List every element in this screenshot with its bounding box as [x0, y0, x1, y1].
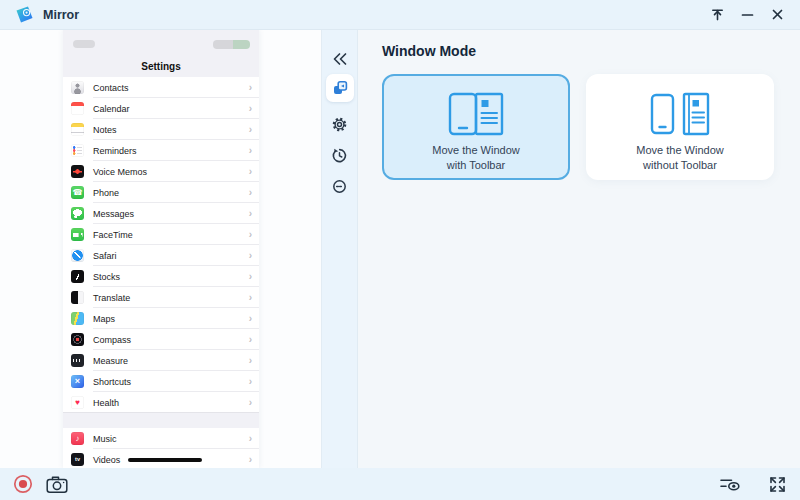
window-mode-button[interactable] — [326, 74, 354, 102]
camera-icon — [46, 475, 68, 494]
settings-row-label: Notes — [93, 125, 117, 135]
settings-row-translate[interactable]: Translate › — [63, 287, 259, 308]
app-icon — [71, 102, 84, 115]
minimize-icon — [740, 7, 755, 22]
chevron-right-icon: › — [249, 335, 252, 345]
chevron-right-icon: › — [249, 167, 252, 177]
chevron-right-icon: › — [249, 434, 252, 444]
settings-row-label: Messages — [93, 209, 134, 219]
option-label: Move the Window without Toolbar — [636, 143, 723, 173]
phone-status-bar — [63, 30, 259, 56]
gear-icon — [331, 116, 348, 133]
settings-row-measure[interactable]: Measure › — [63, 350, 259, 371]
pin-on-top-button[interactable] — [708, 6, 726, 24]
app-icon: ☎ — [71, 186, 84, 199]
fullscreen-button[interactable] — [768, 475, 787, 494]
chevron-right-icon: › — [249, 188, 252, 198]
settings-list: Contacts › Calendar › Notes › — [63, 77, 259, 468]
record-button[interactable] — [13, 474, 33, 494]
screenshot-button[interactable] — [46, 475, 68, 494]
double-chevron-left-icon — [332, 52, 348, 66]
option-label: Move the Window with Toolbar — [432, 143, 519, 173]
collapse-sidebar-button[interactable] — [332, 52, 348, 66]
settings-row-phone[interactable]: ☎ Phone › — [63, 182, 259, 203]
chevron-right-icon: › — [249, 398, 252, 408]
status-battery-blur — [213, 40, 250, 49]
app-icon — [71, 354, 84, 367]
window-mode-panel: Window Mode Move the Window — [358, 30, 800, 468]
settings-button[interactable] — [331, 116, 348, 133]
mirrored-phone-screen[interactable]: Settings Contacts › Calendar › Notes — [63, 30, 259, 468]
app-icon — [71, 312, 84, 325]
mirror-viewport: Settings Contacts › Calendar › Notes — [0, 30, 322, 468]
option-without-toolbar[interactable]: Move the Window without Toolbar — [586, 74, 774, 180]
settings-row-messages[interactable]: Messages › — [63, 203, 259, 224]
settings-row-health[interactable]: ♥ Health › — [63, 392, 259, 413]
fullscreen-expand-icon — [768, 475, 787, 494]
settings-row-stocks[interactable]: Stocks › — [63, 266, 259, 287]
app-logo — [14, 5, 35, 24]
settings-row-label: Voice Memos — [93, 167, 147, 177]
mirror-app-window: Mirror — [0, 0, 800, 500]
settings-row-music[interactable]: ♪ Music › — [63, 428, 259, 449]
settings-row-reminders[interactable]: Reminders › — [63, 140, 259, 161]
close-icon — [770, 7, 785, 22]
settings-row-label: Health — [93, 398, 119, 408]
chevron-right-icon: › — [249, 209, 252, 219]
app-icon — [71, 291, 84, 304]
chevron-right-icon: › — [249, 377, 252, 387]
record-icon — [13, 474, 33, 494]
close-button[interactable] — [768, 6, 786, 24]
settings-row-label: Safari — [93, 251, 117, 261]
app-icon — [71, 144, 84, 157]
settings-row-label: Videos — [93, 455, 120, 465]
panel-title: Window Mode — [382, 43, 800, 59]
settings-row-shortcuts[interactable]: × Shortcuts › — [63, 371, 259, 392]
settings-page-title: Settings — [63, 56, 259, 77]
titlebar: Mirror — [0, 0, 800, 30]
phone-without-toolbar-icon — [644, 88, 716, 140]
display-settings-button[interactable] — [719, 476, 741, 492]
list-eye-icon — [719, 476, 741, 492]
app-icon: ♪ — [71, 432, 84, 445]
option-with-toolbar[interactable]: Move the Window with Toolbar — [382, 74, 570, 180]
app-icon — [71, 165, 84, 178]
minimize-float-button[interactable] — [331, 178, 348, 195]
settings-row-notes[interactable]: Notes › — [63, 119, 259, 140]
minimize-button[interactable] — [738, 6, 756, 24]
history-button[interactable] — [331, 147, 348, 164]
chevron-right-icon: › — [249, 125, 252, 135]
app-icon — [71, 333, 84, 346]
bottom-toolbar — [0, 468, 800, 500]
app-icon — [71, 249, 84, 262]
app-icon: × — [71, 375, 84, 388]
settings-row-facetime[interactable]: FaceTime › — [63, 224, 259, 245]
settings-row-label: Phone — [93, 188, 119, 198]
settings-row-label: Measure — [93, 356, 128, 366]
settings-row-contacts[interactable]: Contacts › — [63, 77, 259, 98]
chevron-right-icon: › — [249, 272, 252, 282]
minus-circle-icon — [331, 178, 348, 195]
settings-row-label: Contacts — [93, 83, 129, 93]
settings-row-safari[interactable]: Safari › — [63, 245, 259, 266]
redaction-bar — [128, 458, 202, 462]
chevron-right-icon: › — [249, 146, 252, 156]
chevron-right-icon: › — [249, 314, 252, 324]
settings-row-compass[interactable]: Compass › — [63, 329, 259, 350]
phone-with-toolbar-icon — [440, 88, 512, 140]
window-mode-options: Move the Window with Toolbar — [382, 74, 800, 180]
app-icon — [71, 123, 84, 136]
app-title: Mirror — [43, 8, 79, 22]
chevron-right-icon: › — [249, 455, 252, 465]
chevron-right-icon: › — [249, 356, 252, 366]
settings-row-label: Translate — [93, 293, 130, 303]
chevron-right-icon: › — [249, 230, 252, 240]
app-icon: tv — [71, 453, 84, 466]
settings-row-voice-memos[interactable]: Voice Memos › — [63, 161, 259, 182]
settings-row-calendar[interactable]: Calendar › — [63, 98, 259, 119]
window-mode-icon — [331, 79, 349, 97]
settings-row-videos[interactable]: tv Videos › — [63, 449, 259, 468]
settings-row-maps[interactable]: Maps › — [63, 308, 259, 329]
settings-row-label: Compass — [93, 335, 131, 345]
settings-row-label: Stocks — [93, 272, 120, 282]
